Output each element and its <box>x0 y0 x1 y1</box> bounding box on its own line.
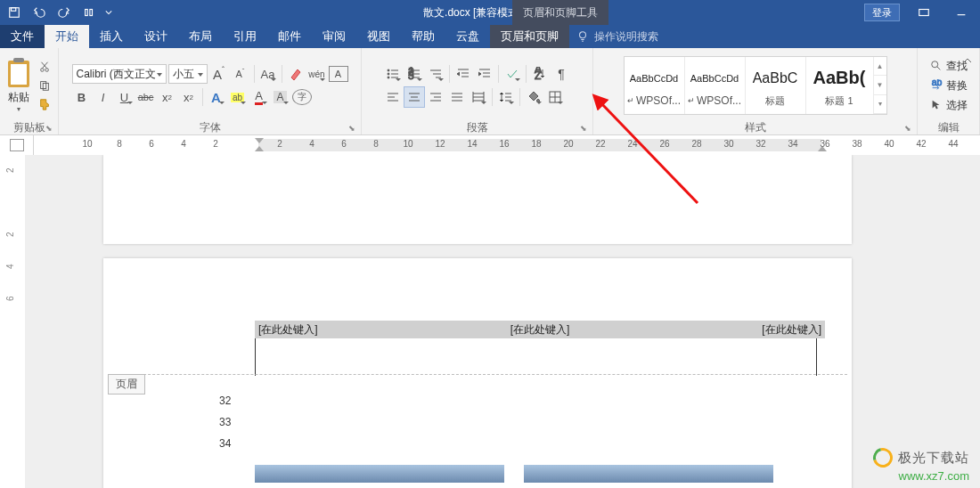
style-item-2[interactable]: AaBbCcDd↵WPSOf... <box>685 57 746 114</box>
paragraph-label: 段落 <box>467 120 488 135</box>
tab-home[interactable]: 开始 <box>45 25 89 48</box>
redo-button[interactable] <box>53 2 75 23</box>
tab-help[interactable]: 帮助 <box>401 25 445 48</box>
change-case-button[interactable]: Aa <box>258 64 278 84</box>
style-item-4[interactable]: AaBb(标题 1 <box>806 57 874 114</box>
header-row[interactable]: [在此处键入] [在此处键入] [在此处键入] <box>255 321 825 338</box>
tab-design[interactable]: 设计 <box>134 25 178 48</box>
title-bar: 散文.docx [兼容模式] - Word 页眉和页脚工具 登录 <box>0 0 980 25</box>
style-item-3[interactable]: AaBbC标题 <box>746 57 806 114</box>
bold-button[interactable]: B <box>72 87 92 107</box>
signin-button[interactable]: 登录 <box>864 4 900 21</box>
font-color-button[interactable]: A <box>249 87 269 107</box>
header-separator <box>108 374 847 375</box>
text-effects-button[interactable]: A <box>207 87 226 107</box>
tab-mailings[interactable]: 邮件 <box>267 25 312 48</box>
paragraph-dialog-launcher[interactable]: ⬊ <box>577 122 590 134</box>
font-size-combo[interactable]: 小五 <box>168 64 208 84</box>
text-cursor-right <box>816 338 817 376</box>
strike-button[interactable]: abc <box>136 87 156 107</box>
format-painter-button[interactable] <box>37 96 53 112</box>
paste-icon[interactable] <box>5 58 32 90</box>
svg-point-52 <box>537 100 540 102</box>
collapse-ribbon-button[interactable] <box>959 52 976 69</box>
undo-button[interactable] <box>29 2 50 23</box>
image-placeholder-1 <box>255 465 504 483</box>
header-center[interactable]: [在此处键入] <box>509 322 572 338</box>
enclose-char-button[interactable]: 字 <box>292 89 312 105</box>
line-spacing-button[interactable] <box>496 87 516 107</box>
decrease-indent-button[interactable] <box>453 64 473 84</box>
ribbon-display-options[interactable] <box>905 0 943 25</box>
tab-selector[interactable] <box>0 135 34 155</box>
tab-review[interactable]: 审阅 <box>312 25 356 48</box>
char-shading-button[interactable]: A <box>271 87 290 107</box>
tab-cloud[interactable]: 云盘 <box>445 25 490 48</box>
superscript-button[interactable]: x2 <box>179 87 199 107</box>
tab-references[interactable]: 引用 <box>223 25 267 48</box>
bullets-button[interactable] <box>383 64 403 84</box>
distribute-button[interactable] <box>469 87 488 107</box>
asian-layout-button[interactable] <box>502 64 522 84</box>
style-item-1[interactable]: AaBbCcDd↵WPSOf... <box>625 57 685 114</box>
show-marks-button[interactable]: ¶ <box>551 64 571 84</box>
clipboard-dialog-launcher[interactable]: ⬊ <box>43 122 55 134</box>
shading-button[interactable] <box>524 87 543 107</box>
ribbon: 粘贴 ▾ 剪贴板⬊ Calibri (西文正文 小五 Aˆ Aˇ Aa wé <box>0 48 980 135</box>
svg-point-6 <box>580 32 586 38</box>
phonetic-guide-button[interactable]: wén <box>307 64 327 84</box>
select-button[interactable]: 选择 <box>927 96 971 114</box>
styles-label: 样式 <box>745 120 766 135</box>
tell-me-search[interactable]: 操作说明搜索 <box>576 25 658 48</box>
replace-button[interactable]: ab替换 <box>927 77 971 94</box>
copy-button[interactable] <box>37 77 53 94</box>
char-border-button[interactable]: A <box>329 66 348 82</box>
justify-button[interactable] <box>447 87 467 107</box>
numbering-button[interactable]: 123 <box>404 64 424 84</box>
header-tag[interactable]: 页眉 <box>108 374 145 394</box>
paste-button[interactable]: 粘贴 <box>8 90 29 105</box>
clipboard-label: 剪贴板 <box>13 120 45 135</box>
tab-file[interactable]: 文件 <box>0 25 45 48</box>
minimize-button[interactable] <box>943 0 980 25</box>
header-left[interactable]: [在此处键入] <box>257 322 320 338</box>
tab-header-footer[interactable]: 页眉和页脚 <box>490 25 569 48</box>
multilevel-list-button[interactable] <box>426 64 445 84</box>
page-previous <box>103 155 852 244</box>
group-paragraph: 123 AZ ¶ <box>362 48 593 134</box>
group-clipboard: 粘贴 ▾ 剪贴板⬊ <box>0 48 59 134</box>
borders-button[interactable] <box>545 87 565 107</box>
tab-view[interactable]: 视图 <box>356 25 401 48</box>
grow-font-button[interactable]: Aˆ <box>209 64 229 84</box>
increase-indent-button[interactable] <box>475 64 494 84</box>
save-button[interactable] <box>4 2 25 23</box>
align-right-button[interactable] <box>426 87 445 107</box>
sort-button[interactable]: AZ <box>530 64 550 84</box>
italic-button[interactable]: I <box>94 87 113 107</box>
svg-rect-4 <box>919 10 929 16</box>
tab-insert[interactable]: 插入 <box>89 25 134 48</box>
highlight-button[interactable]: ab <box>228 87 248 107</box>
underline-button[interactable]: U <box>115 87 135 107</box>
subscript-button[interactable]: x2 <box>158 87 177 107</box>
tab-layout[interactable]: 布局 <box>178 25 223 48</box>
cut-button[interactable] <box>37 59 53 75</box>
qat-dropdown[interactable] <box>103 2 114 23</box>
font-name-combo[interactable]: Calibri (西文正文 <box>72 64 167 84</box>
touch-mode-button[interactable] <box>78 2 100 23</box>
align-center-button[interactable] <box>404 87 424 107</box>
header-right[interactable]: [在此处键入] <box>760 322 823 338</box>
document-scroll[interactable]: [在此处键入] [在此处键入] [在此处键入] 页眉 32 33 34 <box>25 155 980 488</box>
horizontal-ruler[interactable]: 1086422468101214161820222426283032343638… <box>0 135 980 155</box>
gallery-scroll[interactable]: ▲▼▾ <box>874 57 886 114</box>
shrink-font-button[interactable]: Aˇ <box>231 64 250 84</box>
group-styles: AaBbCcDd↵WPSOf... AaBbCcDd↵WPSOf... AaBb… <box>593 48 918 134</box>
svg-text:Z: Z <box>535 69 541 81</box>
styles-dialog-launcher[interactable]: ⬊ <box>902 122 914 134</box>
align-left-button[interactable] <box>383 87 403 107</box>
vertical-ruler[interactable]: 2246 <box>0 155 25 488</box>
page-current[interactable]: [在此处键入] [在此处键入] [在此处键入] 页眉 32 33 34 <box>103 258 852 488</box>
font-dialog-launcher[interactable]: ⬊ <box>346 122 358 134</box>
clear-format-button[interactable] <box>286 64 306 84</box>
styles-gallery[interactable]: AaBbCcDd↵WPSOf... AaBbCcDd↵WPSOf... AaBb… <box>624 56 887 115</box>
